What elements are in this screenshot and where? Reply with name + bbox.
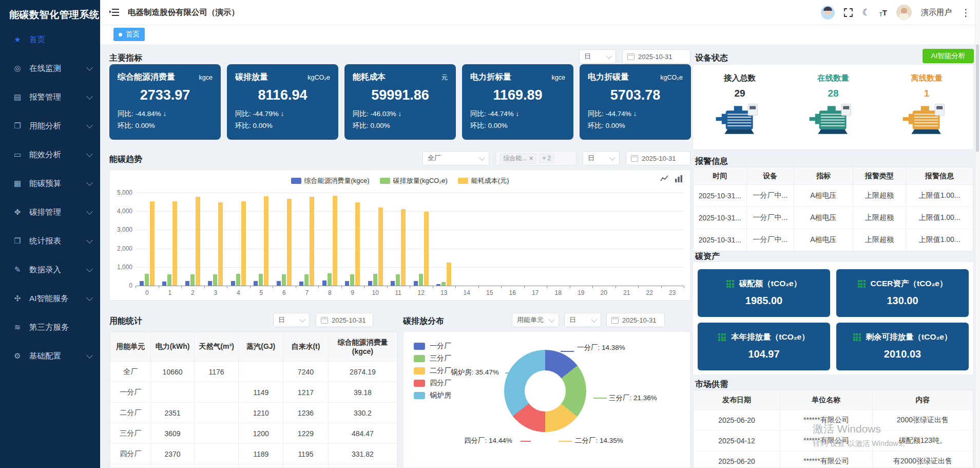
down-arrow-icon: ↓ bbox=[633, 110, 637, 118]
legend-item[interactable]: 综合能源消费量(kgce) bbox=[291, 176, 370, 185]
sidebar-item-third-party[interactable]: ≋第三方服务 bbox=[0, 313, 100, 342]
ai-analysis-button[interactable]: AI智能分析 bbox=[923, 49, 974, 63]
sidebar-item-statistics-report[interactable]: ❒统计报表 bbox=[0, 227, 100, 255]
donut-legend-item[interactable]: 三分厂 bbox=[414, 352, 451, 365]
donut-legend-item[interactable]: 锅炉房 bbox=[414, 389, 451, 402]
bar-碳排放量(kgCO₂e) bbox=[236, 274, 240, 286]
alarm-file-icon: ▤ bbox=[12, 92, 23, 102]
sidebar-item-alarm-management[interactable]: ▤报警管理 bbox=[0, 83, 100, 111]
table-cell: 2000张绿证出售 bbox=[872, 410, 973, 430]
font-size-icon[interactable]: TT bbox=[879, 8, 887, 17]
user-avatar[interactable] bbox=[896, 5, 912, 20]
assistant-avatar-icon[interactable] bbox=[821, 6, 835, 20]
bar-chart-toggle-icon[interactable] bbox=[675, 175, 683, 183]
x-axis-tick bbox=[478, 286, 479, 288]
trend-metrics-multiselect[interactable]: 综合能...✕ + 2 bbox=[495, 151, 577, 165]
table-row[interactable]: 2025-10-31...一分厂中...A相电压上限超额上限值1.00... bbox=[694, 207, 973, 229]
table-cell bbox=[239, 464, 283, 468]
kpi-yoy: 同比: -44.79% ↓ bbox=[235, 109, 330, 119]
emission-dim-select[interactable]: 用能单元 bbox=[512, 313, 559, 327]
grid-icon bbox=[718, 333, 726, 341]
table-row[interactable]: 2025-10-31...一分厂中...A相电压上限超额上限值1.00... bbox=[694, 185, 973, 207]
table-row[interactable]: 一分厂1149121739.18 bbox=[110, 382, 397, 403]
table-row[interactable]: 三分厂360912001229484.47 bbox=[110, 423, 397, 444]
emission-period-select[interactable]: 日 bbox=[564, 313, 601, 327]
kpi-unit: kgCO₂e bbox=[308, 74, 330, 81]
table-row[interactable] bbox=[694, 251, 973, 252]
sidebar-item-data-entry[interactable]: ✎数据录入 bbox=[0, 255, 100, 284]
emission-date-picker[interactable]: 2025-10-31 bbox=[606, 313, 665, 327]
bar-碳排放量(kgCO₂e) bbox=[328, 273, 332, 286]
bar-能耗成本(元) bbox=[310, 197, 314, 286]
donut-legend-item[interactable]: 一分厂 bbox=[414, 340, 451, 352]
sidebar-item-online-monitoring[interactable]: ◎在线监测 bbox=[0, 54, 100, 83]
table-cell: 上限超额 bbox=[853, 229, 906, 251]
kpi-yoy: 同比: -44.74% ↓ bbox=[588, 109, 683, 119]
dark-mode-moon-icon[interactable]: ☾ bbox=[862, 8, 870, 17]
x-axis-label: 12 bbox=[413, 289, 429, 296]
legend-swatch bbox=[291, 178, 301, 184]
sidebar-menu: ★首页◎在线监测▤报警管理❐用能分析▭能效分析▦能碳预算✥碳排管理❒统计报表✎数… bbox=[0, 25, 100, 370]
trend-unit-select[interactable]: 全厂 bbox=[422, 151, 489, 165]
x-axis-tick bbox=[661, 286, 662, 288]
legend-item[interactable]: 碳排放量(kgCO₂e) bbox=[380, 176, 448, 185]
sidebar-item-home[interactable]: ★首页 bbox=[0, 25, 100, 54]
line-chart-toggle-icon[interactable] bbox=[660, 175, 668, 183]
table-row[interactable]: 全厂10660117672402874.19 bbox=[110, 362, 397, 382]
donut-legend-item[interactable]: 二分厂 bbox=[414, 365, 451, 377]
donut-legend-item[interactable]: 四分厂 bbox=[414, 377, 451, 389]
legend-swatch bbox=[414, 343, 425, 350]
x-axis-tick bbox=[455, 286, 456, 288]
energy-date-picker[interactable]: 2025-10-31 bbox=[316, 313, 373, 327]
window-scrollbar[interactable] bbox=[975, 0, 980, 468]
kpi-value: 1169.89 bbox=[470, 87, 565, 103]
asset-value: 1985.00 bbox=[698, 295, 830, 307]
table-row[interactable]: 四分厂237011891195331.82 bbox=[110, 444, 397, 464]
bar-综合能源消费量(kgce) bbox=[345, 281, 349, 286]
x-axis-tick bbox=[273, 286, 273, 288]
trend-period-select[interactable]: 日 bbox=[583, 151, 620, 165]
x-axis-label: 7 bbox=[299, 289, 315, 296]
table-row[interactable]: 二分厂235112101236330.2 bbox=[110, 403, 397, 423]
bar-能耗成本(元) bbox=[241, 201, 246, 286]
fullscreen-icon[interactable] bbox=[844, 8, 853, 17]
sidebar-item-carbon-management[interactable]: ✥碳排管理 bbox=[0, 198, 100, 227]
sidebar-item-base-config[interactable]: ⚙基础配置 bbox=[0, 342, 100, 370]
calendar-icon bbox=[611, 317, 619, 324]
sidebar-item-energy-carbon-budget[interactable]: ▦能碳预算 bbox=[0, 169, 100, 198]
table-cell: 2025-06-20 bbox=[694, 410, 780, 430]
table-row[interactable] bbox=[110, 464, 397, 468]
bar-能耗成本(元) bbox=[401, 209, 406, 286]
remove-tag-icon[interactable]: ✕ bbox=[529, 155, 533, 162]
collapse-sidebar-icon[interactable] bbox=[109, 8, 120, 17]
column-header: 内容 bbox=[872, 390, 973, 410]
carbon-asset-card-1: CCER资产（tCO₂e）130.00 bbox=[836, 269, 969, 317]
scrollbar-thumb[interactable] bbox=[976, 44, 979, 152]
sidebar-item-ai-service[interactable]: ✣AI智能服务 bbox=[0, 284, 100, 313]
section-title-kpi: 主要指标 bbox=[109, 53, 142, 64]
bar-综合能源消费量(kgce) bbox=[368, 281, 372, 286]
tab-active-dot-icon bbox=[119, 33, 122, 36]
table-row[interactable]: 2025-10-31...一分厂中...A相电压上限超额上限值1.00... bbox=[694, 229, 973, 251]
x-axis-tick bbox=[296, 286, 296, 288]
x-axis-label: 10 bbox=[368, 289, 383, 296]
x-axis-label: 9 bbox=[345, 289, 360, 296]
table-row[interactable]: 2025-06-20******有限公司有2000张绿证出售 bbox=[694, 451, 973, 468]
x-axis-label: 2 bbox=[185, 289, 200, 296]
kpi-period-select[interactable]: 日 bbox=[579, 49, 616, 64]
x-axis-label: 0 bbox=[139, 289, 155, 296]
kpi-unit: kgce bbox=[199, 74, 213, 81]
sidebar-item-energy-analysis[interactable]: ❐用能分析 bbox=[0, 111, 100, 140]
energy-period-select[interactable]: 日 bbox=[273, 313, 310, 327]
more-menu-icon[interactable]: ⋮ bbox=[961, 8, 971, 17]
trend-date-picker[interactable]: 2025-10-31 bbox=[626, 151, 690, 165]
table-row[interactable]: 2025-04-12******有限公司碳配额123吨。 bbox=[694, 430, 973, 451]
legend-item[interactable]: 能耗成本(元) bbox=[458, 176, 509, 185]
chevron-down-icon bbox=[86, 294, 93, 301]
kpi-date-picker[interactable]: 2025-10-31 bbox=[622, 49, 690, 64]
sidebar-item-efficiency-analysis[interactable]: ▭能效分析 bbox=[0, 140, 100, 169]
device-status-label: 接入总数 bbox=[693, 73, 786, 84]
emission-donut-chart bbox=[504, 350, 586, 432]
table-row[interactable]: 2025-06-20******有限公司2000张绿证出售 bbox=[694, 410, 973, 430]
tab-home[interactable]: 首页 bbox=[113, 28, 145, 41]
